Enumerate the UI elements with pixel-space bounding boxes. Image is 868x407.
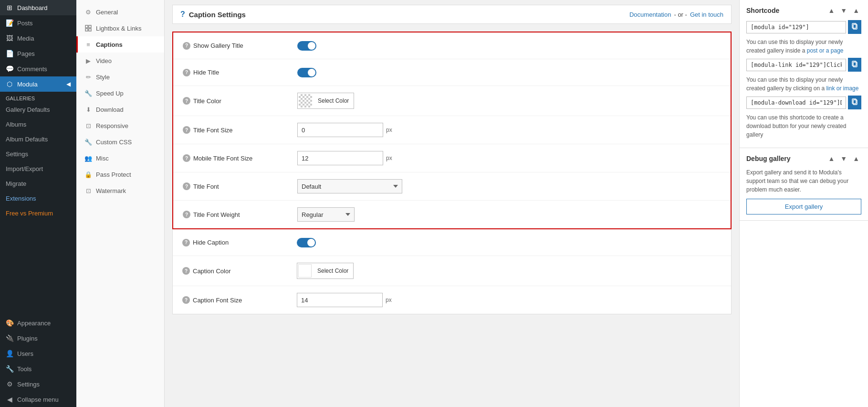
shortcode-copy-btn-1[interactable] (848, 20, 861, 34)
sidebar-item-dashboard[interactable]: ⊞ Dashboard (0, 0, 76, 15)
sidebar-item-free-vs-premium[interactable]: Free vs Premium (0, 206, 76, 221)
sidebar-item-comments[interactable]: 💬 Comments (0, 61, 76, 76)
caption-font-size-help[interactable]: ? (182, 296, 190, 304)
sidebar-item-migrate[interactable]: Migrate (0, 176, 76, 191)
shortcode-desc-1: You can use this to display your newly c… (746, 38, 861, 55)
sidebar-item-settings-bottom[interactable]: ⚙ Settings (0, 376, 76, 392)
shortcode-copy-btn-2[interactable] (848, 58, 861, 72)
show-gallery-title-thumb (308, 42, 315, 50)
page-header: ? Caption Settings Documentation - or - … (172, 5, 732, 24)
title-font-weight-help[interactable]: ? (183, 211, 190, 218)
custom-css-nav-icon: 🔧 (84, 138, 92, 146)
caption-color-button[interactable]: Select Color (297, 263, 354, 279)
sidebar-item-import-export[interactable]: Import/Export (0, 161, 76, 176)
shortcode-panel-title: Shortcode (746, 7, 779, 14)
sidebar-item-appearance[interactable]: 🎨 Appearance (0, 315, 76, 331)
debug-collapse-up-btn[interactable]: ▲ (826, 154, 837, 163)
shortcode-row-1 (746, 20, 861, 34)
post-or-page-link[interactable]: post or a page (807, 47, 844, 54)
nav-item-watermark[interactable]: ⊡ Watermark (76, 182, 164, 199)
show-gallery-title-help[interactable]: ? (183, 42, 190, 50)
debug-panel-header: Debug gallery ▲ ▼ ▲ (746, 154, 861, 163)
hide-title-control (297, 68, 721, 77)
page-header-left: ? Caption Settings (180, 10, 246, 19)
debug-minimize-btn[interactable]: ▲ (851, 154, 861, 163)
nav-item-pass-protect[interactable]: 🔒 Pass Protect (76, 166, 164, 182)
mobile-title-font-size-input[interactable] (297, 151, 383, 165)
sidebar-item-media[interactable]: 🖼 Media (0, 31, 76, 46)
style-nav-icon: ✏ (84, 73, 92, 81)
nav-item-captions[interactable]: ≡ Captions (76, 36, 164, 53)
title-font-label: ? Title Font (183, 182, 297, 190)
title-font-size-help[interactable]: ? (183, 126, 190, 134)
nav-item-style[interactable]: ✏ Style (76, 69, 164, 85)
svg-rect-3 (89, 29, 91, 31)
sidebar-item-gallery-defaults[interactable]: Gallery Defaults (0, 102, 76, 117)
sidebar-item-users[interactable]: 👤 Users (0, 346, 76, 361)
shortcode-minimize-btn[interactable]: ▲ (851, 6, 861, 15)
nav-item-custom-css[interactable]: 🔧 Custom CSS (76, 134, 164, 150)
comments-icon: 💬 (6, 65, 13, 73)
hide-title-toggle[interactable] (297, 68, 316, 77)
title-font-size-row: ? Title Font Size px (173, 116, 731, 144)
sidebar-item-settings[interactable]: Settings (0, 147, 76, 161)
hide-caption-help[interactable]: ? (182, 239, 190, 246)
sidebar-item-pages[interactable]: 📄 Pages (0, 46, 76, 61)
caption-font-size-input-wrapper: px (297, 293, 392, 307)
title-font-help[interactable]: ? (183, 182, 190, 190)
documentation-link[interactable]: Documentation (629, 11, 671, 18)
shortcode-desc-3: You can use this shortcode to create a d… (746, 113, 861, 139)
general-nav-icon: ⚙ (84, 8, 92, 16)
caption-font-size-row: ? Caption Font Size px (173, 286, 731, 314)
debug-collapse-down-btn[interactable]: ▼ (838, 154, 849, 163)
shortcode-collapse-down-btn[interactable]: ▼ (838, 6, 849, 15)
nav-item-speed-up[interactable]: 🔧 Speed Up (76, 85, 164, 101)
sidebar-item-albums[interactable]: Albums (0, 117, 76, 132)
sidebar-item-album-defaults[interactable]: Album Defaults (0, 132, 76, 147)
nav-item-misc[interactable]: 👥 Misc (76, 150, 164, 166)
shortcode-input-1[interactable] (746, 21, 846, 33)
mobile-title-font-size-label: ? Mobile Title Font Size (183, 154, 297, 162)
nav-item-lightbox[interactable]: Lightbox & Links (76, 20, 164, 36)
export-gallery-button[interactable]: Export gallery (746, 199, 861, 214)
download-nav-icon: ⬇ (84, 106, 92, 113)
get-in-touch-link[interactable]: Get in touch (690, 11, 723, 18)
speed-nav-icon: 🔧 (84, 89, 92, 97)
hide-caption-control (297, 238, 722, 247)
svg-rect-0 (85, 25, 88, 28)
caption-font-size-input[interactable] (297, 293, 383, 307)
hide-caption-toggle[interactable] (297, 238, 316, 247)
shortcode-collapse-up-btn[interactable]: ▲ (826, 6, 837, 15)
title-font-weight-select[interactable]: Regular Bold Light Italic (297, 207, 355, 222)
sidebar-item-posts[interactable]: 📝 Posts (0, 15, 76, 31)
tools-icon: 🔧 (6, 365, 13, 373)
video-nav-icon: ▶ (84, 57, 92, 64)
nav-item-general[interactable]: ⚙ General (76, 4, 164, 20)
caption-color-help[interactable]: ? (182, 267, 190, 275)
shortcode-copy-btn-3[interactable] (848, 96, 861, 109)
mobile-title-font-size-help[interactable]: ? (183, 154, 190, 162)
nav-item-download[interactable]: ⬇ Download (76, 101, 164, 118)
show-gallery-title-toggle[interactable] (297, 41, 316, 51)
sidebar-item-tools[interactable]: 🔧 Tools (0, 361, 76, 376)
shortcode-input-3[interactable] (746, 96, 846, 109)
show-gallery-title-control (297, 41, 721, 51)
sidebar-item-extensions[interactable]: Extensions (0, 191, 76, 206)
link-or-image-link[interactable]: link or image (826, 85, 858, 92)
title-font-select[interactable]: Default Arial Georgia Helvetica Times Ne… (297, 179, 402, 193)
nav-item-video[interactable]: ▶ Video (76, 53, 164, 69)
title-color-button[interactable]: Select Color (297, 93, 354, 109)
nav-item-responsive[interactable]: ⊡ Responsive (76, 118, 164, 134)
title-font-size-input[interactable] (297, 123, 383, 137)
title-color-help[interactable]: ? (183, 97, 190, 105)
sidebar-item-modula[interactable]: ⬡ Modula ◀ (0, 76, 76, 92)
svg-rect-1 (89, 25, 91, 28)
sidebar-item-collapse[interactable]: ◀ Collapse menu (0, 392, 76, 407)
title-font-weight-label: ? Title Font Weight (183, 211, 297, 218)
hide-title-help[interactable]: ? (183, 69, 190, 76)
title-font-weight-control: Regular Bold Light Italic (297, 207, 721, 222)
shortcode-input-2[interactable] (746, 59, 846, 71)
shortcode-panel-controls: ▲ ▼ ▲ (826, 6, 861, 15)
mobile-title-font-size-input-wrapper: px (297, 151, 392, 165)
sidebar-item-plugins[interactable]: 🔌 Plugins (0, 331, 76, 346)
